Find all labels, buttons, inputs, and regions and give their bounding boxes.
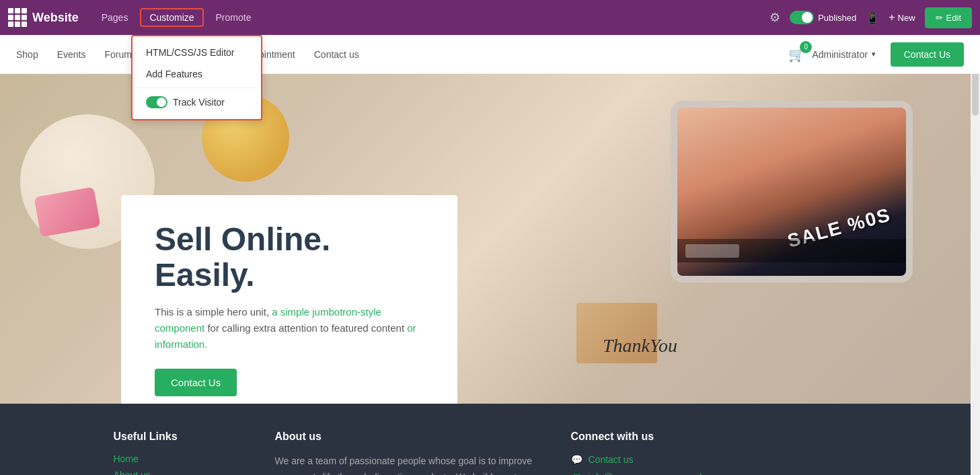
- nav-pages[interactable]: Pages: [92, 8, 138, 27]
- top-bar-nav: Pages Customize Promote: [92, 8, 261, 27]
- dropdown-divider: [133, 87, 261, 88]
- nav-promote[interactable]: Promote: [206, 8, 261, 27]
- thank-you-text: ThankYou: [603, 335, 677, 357]
- settings-icon[interactable]: ⚙: [769, 10, 780, 25]
- footer-contact-us[interactable]: 💬 Contact us: [571, 453, 867, 466]
- footer-link-home[interactable]: Home: [114, 453, 248, 464]
- brand-label: Website: [32, 11, 79, 25]
- top-bar: Website Pages Customize Promote ⚙ Publis…: [0, 0, 980, 35]
- published-label: Published: [818, 13, 856, 23]
- mobile-icon[interactable]: 📱: [866, 11, 879, 24]
- hero-content-box: Sell Online. Easily. This is a simple he…: [121, 195, 457, 404]
- toggle-switch[interactable]: [790, 11, 814, 24]
- plus-icon: +: [889, 11, 895, 24]
- hero-subtitle-text1: This is a simple hero unit,: [155, 306, 269, 318]
- top-bar-right: ⚙ Published 📱 + New ✏ Edit: [769, 7, 972, 28]
- hero-section: SALE %0S ThankYou Sell Online. Easily. T…: [0, 74, 980, 404]
- footer-about: About us We are a team of passionate peo…: [275, 431, 544, 475]
- site-contact-button[interactable]: Contact Us: [891, 42, 964, 67]
- hero-title: Sell Online. Easily.: [155, 222, 424, 293]
- chevron-down-icon: ▼: [870, 50, 877, 58]
- hero-subtitle-text2: for calling extra attention to featured …: [207, 322, 404, 334]
- hero-subtitle: This is a simple hero unit, a simple jum…: [155, 304, 424, 353]
- nav-contact[interactable]: Contact us: [314, 49, 359, 60]
- footer-useful-links: Useful Links Home About us Products: [114, 431, 248, 475]
- cart-icon[interactable]: 🛒 0: [788, 46, 805, 63]
- hero-gift-decoration: ThankYou: [576, 303, 657, 363]
- new-button[interactable]: + New: [889, 11, 915, 24]
- email-icon: ✉: [571, 471, 583, 475]
- dropdown-html-editor[interactable]: HTML/CSS/JS Editor: [133, 42, 261, 63]
- tablet-bottom-bar: [677, 239, 906, 262]
- footer-inner: Useful Links Home About us Products Abou…: [87, 431, 894, 475]
- footer-connect: Connect with us 💬 Contact us ✉ info@your…: [571, 431, 867, 475]
- nav-customize[interactable]: Customize: [140, 8, 203, 27]
- footer-email[interactable]: ✉ info@yourcompany.example.com: [571, 471, 867, 475]
- dropdown-add-features[interactable]: Add Features: [133, 63, 261, 85]
- footer-col3-title: Connect with us: [571, 431, 867, 443]
- publish-toggle[interactable]: Published: [790, 11, 856, 24]
- nav-shop[interactable]: Shop: [16, 49, 38, 60]
- footer-link-about[interactable]: About us: [114, 470, 248, 475]
- footer-col1-title: Useful Links: [114, 431, 248, 443]
- footer-about-text: We are a team of passionate people whose…: [275, 453, 544, 475]
- chat-icon: 💬: [571, 453, 583, 466]
- footer-col2-title: About us: [275, 431, 544, 443]
- nav-events[interactable]: Events: [57, 49, 86, 60]
- nav-forum[interactable]: Forum: [105, 49, 132, 60]
- admin-dropdown[interactable]: Administrator ▼: [812, 49, 876, 60]
- pencil-icon: ✏: [936, 13, 943, 23]
- cart-badge: 0: [800, 41, 812, 53]
- dropdown-track-visitor[interactable]: Track Visitor: [133, 91, 261, 114]
- footer: Useful Links Home About us Products Abou…: [0, 404, 980, 475]
- track-toggle[interactable]: [146, 96, 167, 108]
- tablet-bar-element: [685, 244, 739, 258]
- hero-tablet-decoration: SALE %0S: [671, 101, 913, 283]
- grid-icon[interactable]: [8, 8, 27, 27]
- customize-dropdown: HTML/CSS/JS Editor Add Features Track Vi…: [131, 35, 262, 120]
- edit-button[interactable]: ✏ Edit: [925, 7, 972, 28]
- hero-cta-button[interactable]: Contact Us: [155, 369, 237, 396]
